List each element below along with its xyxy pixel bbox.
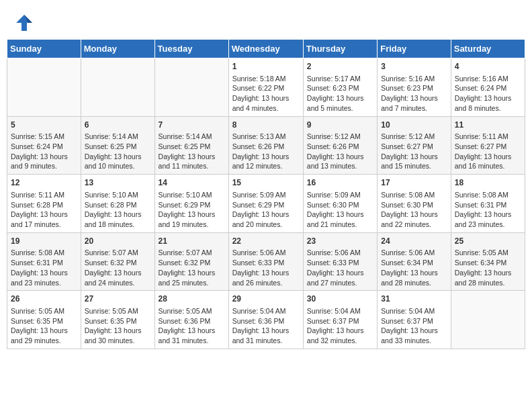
calendar-cell: 15Sunrise: 5:09 AMSunset: 6:29 PMDayligh… <box>228 175 303 233</box>
calendar-cell: 11Sunrise: 5:11 AMSunset: 6:27 PMDayligh… <box>451 116 525 175</box>
day-info: Sunrise: 5:06 AMSunset: 6:34 PMDaylight:… <box>381 248 447 287</box>
calendar-cell: 23Sunrise: 5:06 AMSunset: 6:33 PMDayligh… <box>303 232 377 291</box>
day-number: 15 <box>232 177 300 189</box>
page-header <box>7 7 525 36</box>
calendar-cell: 17Sunrise: 5:08 AMSunset: 6:30 PMDayligh… <box>378 175 451 233</box>
day-info: Sunrise: 5:11 AMSunset: 6:28 PMDaylight:… <box>11 190 77 230</box>
calendar-cell: 18Sunrise: 5:08 AMSunset: 6:31 PMDayligh… <box>451 175 525 233</box>
day-number: 26 <box>11 293 77 305</box>
calendar-cell: 20Sunrise: 5:07 AMSunset: 6:32 PMDayligh… <box>81 232 154 291</box>
header-sunday: Sunday <box>7 40 81 58</box>
calendar-cell: 13Sunrise: 5:10 AMSunset: 6:28 PMDayligh… <box>81 175 154 233</box>
calendar-cell: 6Sunrise: 5:14 AMSunset: 6:25 PMDaylight… <box>81 116 154 175</box>
day-number: 20 <box>85 236 151 247</box>
calendar-cell <box>81 58 154 117</box>
day-number: 8 <box>232 120 300 131</box>
day-number: 6 <box>85 120 151 131</box>
day-info: Sunrise: 5:10 AMSunset: 6:29 PMDaylight:… <box>159 190 225 230</box>
calendar-week-row: 5Sunrise: 5:15 AMSunset: 6:24 PMDaylight… <box>7 116 525 175</box>
calendar-cell: 9Sunrise: 5:12 AMSunset: 6:26 PMDaylight… <box>303 116 377 175</box>
day-info: Sunrise: 5:05 AMSunset: 6:35 PMDaylight:… <box>11 306 77 346</box>
calendar-cell: 24Sunrise: 5:06 AMSunset: 6:34 PMDayligh… <box>378 232 451 291</box>
calendar-cell: 3Sunrise: 5:16 AMSunset: 6:23 PMDaylight… <box>378 58 451 117</box>
calendar-cell: 12Sunrise: 5:11 AMSunset: 6:28 PMDayligh… <box>7 175 81 233</box>
day-info: Sunrise: 5:12 AMSunset: 6:27 PMDaylight:… <box>381 132 447 171</box>
calendar-cell: 30Sunrise: 5:04 AMSunset: 6:37 PMDayligh… <box>303 291 377 349</box>
calendar-cell: 27Sunrise: 5:05 AMSunset: 6:35 PMDayligh… <box>81 291 154 349</box>
calendar-week-row: 19Sunrise: 5:08 AMSunset: 6:31 PMDayligh… <box>7 232 525 291</box>
day-info: Sunrise: 5:16 AMSunset: 6:24 PMDaylight:… <box>455 74 521 113</box>
day-number: 24 <box>381 236 447 247</box>
calendar-cell: 2Sunrise: 5:17 AMSunset: 6:23 PMDaylight… <box>303 58 377 117</box>
calendar-cell <box>154 58 228 117</box>
day-info: Sunrise: 5:05 AMSunset: 6:34 PMDaylight:… <box>455 248 521 287</box>
calendar-header-row: SundayMondayTuesdayWednesdayThursdayFrid… <box>7 40 525 58</box>
day-info: Sunrise: 5:10 AMSunset: 6:28 PMDaylight:… <box>85 190 151 230</box>
calendar-cell <box>451 291 525 349</box>
day-info: Sunrise: 5:06 AMSunset: 6:33 PMDaylight:… <box>307 248 373 287</box>
calendar-cell: 16Sunrise: 5:09 AMSunset: 6:30 PMDayligh… <box>303 175 377 233</box>
calendar-cell: 8Sunrise: 5:13 AMSunset: 6:26 PMDaylight… <box>228 116 303 175</box>
header-thursday: Thursday <box>303 40 377 58</box>
day-info: Sunrise: 5:04 AMSunset: 6:37 PMDaylight:… <box>381 306 447 346</box>
day-number: 5 <box>11 120 77 131</box>
day-number: 11 <box>455 120 521 131</box>
day-info: Sunrise: 5:05 AMSunset: 6:36 PMDaylight:… <box>159 306 225 346</box>
day-number: 22 <box>232 236 300 247</box>
calendar-cell: 31Sunrise: 5:04 AMSunset: 6:37 PMDayligh… <box>378 291 451 349</box>
day-info: Sunrise: 5:18 AMSunset: 6:22 PMDaylight:… <box>232 74 300 113</box>
day-number: 12 <box>11 177 77 189</box>
header-monday: Monday <box>81 40 154 58</box>
day-info: Sunrise: 5:08 AMSunset: 6:30 PMDaylight:… <box>381 190 447 230</box>
header-friday: Friday <box>378 40 451 58</box>
day-info: Sunrise: 5:16 AMSunset: 6:23 PMDaylight:… <box>381 74 447 113</box>
calendar-cell: 29Sunrise: 5:04 AMSunset: 6:36 PMDayligh… <box>228 291 303 349</box>
calendar-cell: 14Sunrise: 5:10 AMSunset: 6:29 PMDayligh… <box>154 175 228 233</box>
day-number: 1 <box>232 61 300 73</box>
calendar-cell: 25Sunrise: 5:05 AMSunset: 6:34 PMDayligh… <box>451 232 525 291</box>
day-info: Sunrise: 5:15 AMSunset: 6:24 PMDaylight:… <box>11 132 77 171</box>
day-number: 27 <box>85 293 151 305</box>
calendar-table: SundayMondayTuesdayWednesdayThursdayFrid… <box>7 39 525 349</box>
calendar-week-row: 1Sunrise: 5:18 AMSunset: 6:22 PMDaylight… <box>7 58 525 117</box>
calendar-cell: 22Sunrise: 5:06 AMSunset: 6:33 PMDayligh… <box>228 232 303 291</box>
day-info: Sunrise: 5:04 AMSunset: 6:37 PMDaylight:… <box>307 306 373 346</box>
calendar-cell: 5Sunrise: 5:15 AMSunset: 6:24 PMDaylight… <box>7 116 81 175</box>
header-wednesday: Wednesday <box>228 40 303 58</box>
day-info: Sunrise: 5:11 AMSunset: 6:27 PMDaylight:… <box>455 132 521 171</box>
day-number: 10 <box>381 120 447 131</box>
day-number: 28 <box>159 293 225 305</box>
day-number: 2 <box>307 61 373 73</box>
day-number: 19 <box>11 236 77 247</box>
calendar-cell: 28Sunrise: 5:05 AMSunset: 6:36 PMDayligh… <box>154 291 228 349</box>
day-info: Sunrise: 5:08 AMSunset: 6:31 PMDaylight:… <box>455 190 521 230</box>
day-info: Sunrise: 5:09 AMSunset: 6:30 PMDaylight:… <box>307 190 373 230</box>
logo <box>13 12 38 34</box>
day-info: Sunrise: 5:04 AMSunset: 6:36 PMDaylight:… <box>232 306 300 346</box>
day-number: 25 <box>455 236 521 247</box>
day-info: Sunrise: 5:07 AMSunset: 6:32 PMDaylight:… <box>85 248 151 287</box>
day-number: 29 <box>232 293 300 305</box>
calendar-cell: 26Sunrise: 5:05 AMSunset: 6:35 PMDayligh… <box>7 291 81 349</box>
calendar-cell: 1Sunrise: 5:18 AMSunset: 6:22 PMDaylight… <box>228 58 303 117</box>
day-number: 4 <box>455 61 521 73</box>
day-info: Sunrise: 5:05 AMSunset: 6:35 PMDaylight:… <box>85 306 151 346</box>
day-info: Sunrise: 5:14 AMSunset: 6:25 PMDaylight:… <box>159 132 225 171</box>
header-saturday: Saturday <box>451 40 525 58</box>
day-number: 9 <box>307 120 373 131</box>
day-number: 31 <box>381 293 447 305</box>
day-number: 3 <box>381 61 447 73</box>
logo-icon <box>13 12 35 34</box>
day-number: 18 <box>455 177 521 189</box>
calendar-week-row: 26Sunrise: 5:05 AMSunset: 6:35 PMDayligh… <box>7 291 525 349</box>
day-info: Sunrise: 5:17 AMSunset: 6:23 PMDaylight:… <box>307 74 373 113</box>
calendar-cell: 10Sunrise: 5:12 AMSunset: 6:27 PMDayligh… <box>378 116 451 175</box>
day-number: 30 <box>307 293 373 305</box>
day-number: 23 <box>307 236 373 247</box>
day-info: Sunrise: 5:13 AMSunset: 6:26 PMDaylight:… <box>232 132 300 171</box>
header-tuesday: Tuesday <box>154 40 228 58</box>
day-number: 7 <box>159 120 225 131</box>
calendar-cell: 4Sunrise: 5:16 AMSunset: 6:24 PMDaylight… <box>451 58 525 117</box>
day-number: 17 <box>381 177 447 189</box>
day-info: Sunrise: 5:14 AMSunset: 6:25 PMDaylight:… <box>85 132 151 171</box>
